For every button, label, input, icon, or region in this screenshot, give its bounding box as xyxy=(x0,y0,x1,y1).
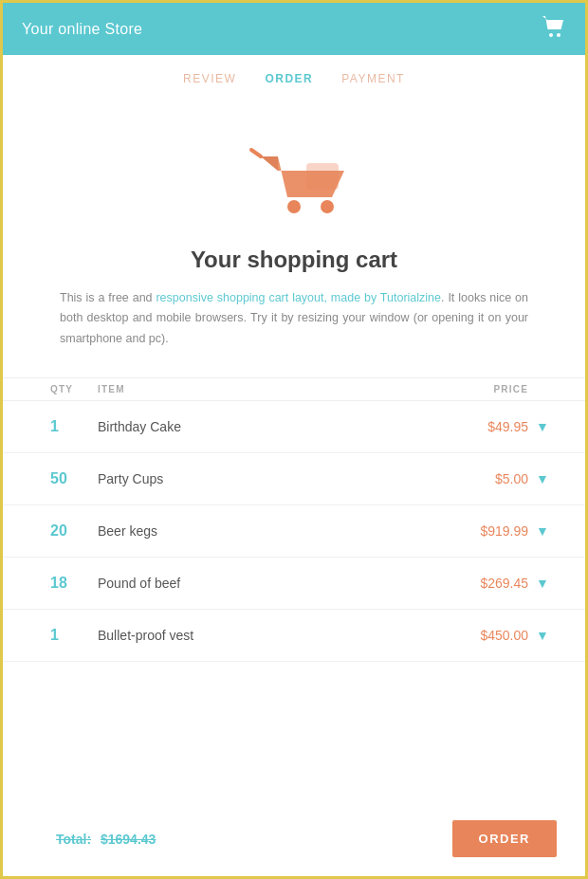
dropdown-arrow-icon[interactable]: ▼ xyxy=(528,419,557,434)
item-name: Birthday Cake xyxy=(98,419,433,434)
page-wrapper: Your online Store Review Order Payment xyxy=(0,0,588,879)
dropdown-arrow-icon[interactable]: ▼ xyxy=(528,576,557,591)
table-row: 20 Beer kegs $919.99 ▼ xyxy=(3,505,585,558)
table-row: 1 Birthday Cake $49.95 ▼ xyxy=(3,401,585,453)
item-price: $49.95 xyxy=(433,419,528,434)
dropdown-arrow-icon[interactable]: ▼ xyxy=(528,523,557,539)
item-qty: 1 xyxy=(50,627,98,644)
item-price: $269.45 xyxy=(433,576,528,591)
svg-point-1 xyxy=(557,33,560,37)
store-title: Your online Store xyxy=(22,21,142,38)
total-label: Total: $1694.43 xyxy=(50,832,156,847)
step-payment[interactable]: Payment xyxy=(341,72,405,85)
cart-icon[interactable] xyxy=(542,15,566,44)
item-qty: 20 xyxy=(50,522,98,540)
dropdown-arrow-icon[interactable]: ▼ xyxy=(528,471,557,486)
svg-point-3 xyxy=(287,200,301,213)
col-header-qty: QTY xyxy=(50,384,98,394)
description-link[interactable]: responsive shopping cart layout, made by… xyxy=(156,291,441,304)
step-order[interactable]: Order xyxy=(265,72,313,85)
cart-title: Your shopping cart xyxy=(3,247,585,273)
cart-description: This is a free and responsive shopping c… xyxy=(3,288,585,349)
steps-nav: Review Order Payment xyxy=(3,55,585,95)
svg-marker-5 xyxy=(261,156,278,171)
table-header: QTY ITEM PRICE xyxy=(3,377,585,401)
item-qty: 1 xyxy=(50,418,98,435)
step-review[interactable]: Review xyxy=(183,72,236,85)
svg-point-4 xyxy=(321,200,334,213)
item-name: Party Cups xyxy=(98,471,433,486)
item-name: Bullet-proof vest xyxy=(98,628,433,643)
item-price: $919.99 xyxy=(433,523,528,539)
table-row: 18 Pound of beef $269.45 ▼ xyxy=(3,558,585,610)
item-price: $450.00 xyxy=(433,628,528,643)
item-qty: 50 xyxy=(50,470,98,487)
item-qty: 18 xyxy=(50,575,98,592)
col-header-price: PRICE xyxy=(433,384,528,394)
dropdown-arrow-icon[interactable]: ▼ xyxy=(528,628,557,643)
col-header-item: ITEM xyxy=(98,384,433,394)
total-value: $1694.43 xyxy=(101,832,156,847)
total-text: Total: xyxy=(56,832,91,847)
cart-illustration xyxy=(3,95,585,247)
footer-bar: Total: $1694.43 ORDER xyxy=(3,801,585,876)
table-row: 1 Bullet-proof vest $450.00 ▼ xyxy=(3,610,585,662)
svg-point-0 xyxy=(549,33,553,37)
order-button[interactable]: ORDER xyxy=(452,820,557,857)
header: Your online Store xyxy=(3,3,585,55)
item-name: Pound of beef xyxy=(98,576,433,591)
cart-rows: 1 Birthday Cake $49.95 ▼ 50 Party Cups $… xyxy=(3,401,585,662)
item-name: Beer kegs xyxy=(98,523,433,539)
table-row: 50 Party Cups $5.00 ▼ xyxy=(3,453,585,505)
item-price: $5.00 xyxy=(433,471,528,486)
